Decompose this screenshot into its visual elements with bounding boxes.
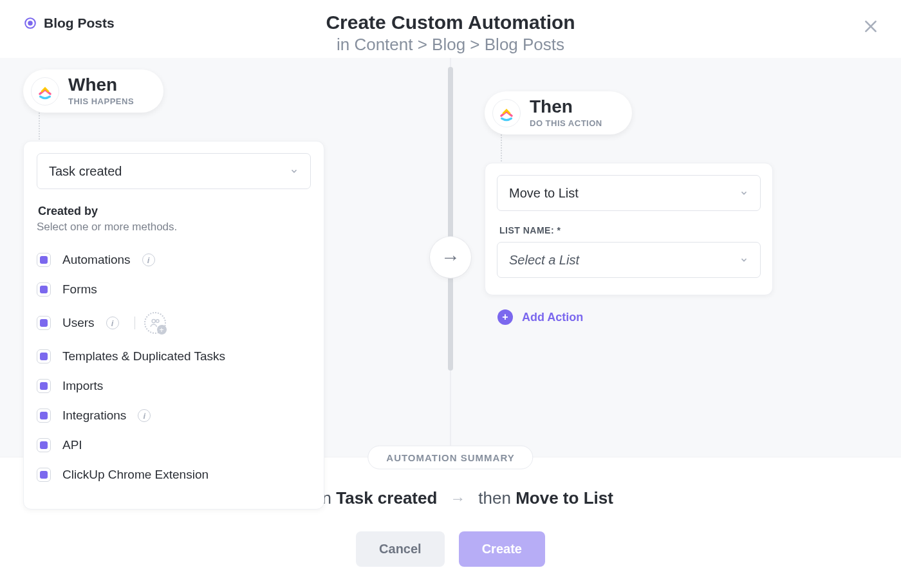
method-label: ClickUp Chrome Extension xyxy=(62,468,209,482)
method-label: Automations xyxy=(62,253,131,267)
then-title: Then xyxy=(530,98,602,116)
checkbox[interactable] xyxy=(37,468,51,482)
svg-point-4 xyxy=(152,319,155,322)
when-card: Task created Created by Select one or mo… xyxy=(23,141,324,510)
when-subtitle: THIS HAPPENS xyxy=(68,96,134,106)
method-row: Usersi xyxy=(37,304,311,342)
when-pill: When THIS HAPPENS xyxy=(23,69,163,113)
list-select-dropdown[interactable]: Select a List xyxy=(497,242,761,278)
clickup-logo-icon xyxy=(492,99,521,127)
checkbox[interactable] xyxy=(37,409,51,423)
checkbox[interactable] xyxy=(37,349,51,363)
flow-arrow-icon: → xyxy=(430,237,471,278)
info-icon[interactable]: i xyxy=(138,409,151,422)
list-placeholder: Select a List xyxy=(509,253,579,268)
then-card: Move to List LIST NAME: * Select a List xyxy=(485,163,773,295)
svg-point-1 xyxy=(28,21,32,25)
center-scrollbar[interactable] xyxy=(448,67,453,371)
location-chip[interactable]: Blog Posts xyxy=(23,15,115,31)
chevron-down-icon xyxy=(739,186,748,201)
button-row: Cancel Create xyxy=(0,531,901,567)
svg-point-5 xyxy=(156,320,159,323)
method-label: Forms xyxy=(62,282,97,297)
method-row: Integrationsi xyxy=(37,401,311,430)
method-row: Templates & Duplicated Tasks xyxy=(37,342,311,371)
chevron-down-icon xyxy=(739,253,748,268)
method-row: Forms xyxy=(37,275,311,304)
separator xyxy=(135,317,135,329)
add-action-label: Add Action xyxy=(522,311,583,324)
trigger-selected: Task created xyxy=(49,164,122,179)
method-label: Users xyxy=(62,316,95,330)
checkbox[interactable] xyxy=(37,282,51,297)
when-title: When xyxy=(68,76,134,94)
info-icon[interactable]: i xyxy=(106,317,119,329)
method-label: Imports xyxy=(62,379,103,393)
chevron-down-icon xyxy=(290,164,299,179)
then-subtitle: DO THIS ACTION xyxy=(530,118,602,128)
users-add-group xyxy=(135,312,166,334)
created-by-label: Created by xyxy=(38,205,311,218)
info-icon[interactable]: i xyxy=(142,253,155,266)
then-lane: Then DO THIS ACTION Move to List LIST NA… xyxy=(440,58,901,457)
method-label: API xyxy=(62,438,82,452)
page-title: Create Custom Automation xyxy=(326,12,575,33)
checkbox[interactable] xyxy=(37,379,51,393)
create-button[interactable]: Create xyxy=(459,531,545,567)
method-label: Templates & Duplicated Tasks xyxy=(62,349,225,363)
topbar: Blog Posts Create Custom Automation in C… xyxy=(0,0,901,58)
then-pill: Then DO THIS ACTION xyxy=(485,91,632,134)
summary-arrow-icon: → xyxy=(450,490,465,508)
breadcrumb: in Content > Blog > Blog Posts xyxy=(326,35,575,55)
add-action-button[interactable]: + Add Action xyxy=(485,309,878,325)
cancel-button[interactable]: Cancel xyxy=(356,531,445,567)
trigger-dropdown[interactable]: Task created xyxy=(37,153,311,189)
method-label: Integrations xyxy=(62,409,126,423)
summary-badge: AUTOMATION SUMMARY xyxy=(367,446,533,470)
list-name-label: LIST NAME: * xyxy=(499,225,761,235)
automation-canvas: → When THIS HAPPENS Task created Created… xyxy=(0,58,901,457)
method-row: API xyxy=(37,430,311,460)
method-row: Imports xyxy=(37,371,311,401)
checkbox[interactable] xyxy=(37,438,51,452)
location-label: Blog Posts xyxy=(44,15,115,31)
location-pin-icon xyxy=(23,16,37,30)
when-lane: When THIS HAPPENS Task created Created b… xyxy=(0,58,440,457)
add-users-icon[interactable] xyxy=(144,312,166,334)
method-row: ClickUp Chrome Extension xyxy=(37,460,311,490)
clickup-logo-icon xyxy=(31,77,59,106)
checkbox[interactable] xyxy=(37,253,51,267)
plus-icon: + xyxy=(497,309,513,325)
method-row: Automationsi xyxy=(37,245,311,275)
close-button[interactable] xyxy=(862,18,879,37)
action-selected: Move to List xyxy=(509,186,579,201)
header-title-block: Create Custom Automation in Content > Bl… xyxy=(326,12,575,55)
action-dropdown[interactable]: Move to List xyxy=(497,175,761,211)
checkbox[interactable] xyxy=(37,316,51,330)
created-by-help: Select one or more methods. xyxy=(37,221,311,234)
